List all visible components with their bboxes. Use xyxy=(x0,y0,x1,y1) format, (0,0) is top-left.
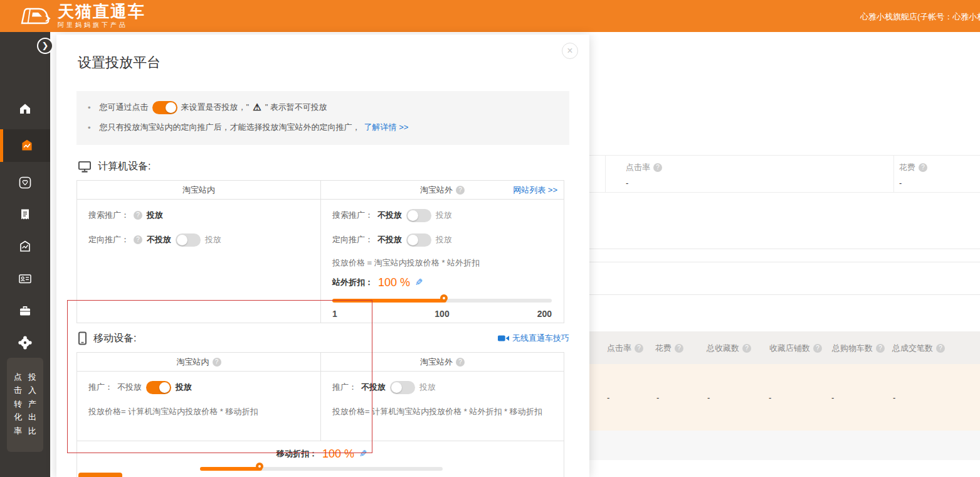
sidebar-expand-button[interactable]: ❯ xyxy=(37,38,53,54)
help-icon[interactable] xyxy=(635,344,643,353)
sidebar-item-report[interactable] xyxy=(0,203,50,226)
tip-text: 您只有投放淘宝站内的定向推广后，才能选择投放淘宝站外的定向推广， xyxy=(100,122,361,133)
column-title: 淘宝站外 xyxy=(420,185,453,196)
help-icon[interactable] xyxy=(742,344,751,353)
status-alt-text: 投放 xyxy=(419,382,436,393)
slider-max: 200 xyxy=(537,309,552,319)
site-list-link[interactable]: 网站列表 >> xyxy=(513,185,557,196)
column-title: 淘宝站内 xyxy=(177,356,209,368)
status-alt-text: 不投放 xyxy=(117,382,142,393)
price-formula: 投放价格 = 淘宝站内投放价格 * 站外折扣 xyxy=(332,257,552,269)
shop-banner-icon xyxy=(18,239,33,254)
home-icon xyxy=(18,101,33,116)
mobile-table-header: 淘宝站内 淘宝站外 xyxy=(77,353,564,372)
computer-table-header: 淘宝站内 淘宝站外 网站列表 >> xyxy=(77,181,564,200)
mobile-discount-row: 移动折扣： 100 % xyxy=(277,446,564,461)
target-outside-toggle[interactable] xyxy=(406,233,431,247)
stat-label: 点击率 xyxy=(626,162,650,173)
stat-value: - xyxy=(899,178,927,188)
slider-track[interactable] xyxy=(200,467,443,471)
help-icon[interactable] xyxy=(456,358,465,367)
wireless-tips-link[interactable]: 无线直通车技巧 xyxy=(498,333,569,344)
settings-modal: × 设置投放平台 您可通过点击 来设置是否投放，" " 表示暂不可投放 您只有投… xyxy=(56,35,589,477)
computer-outside-cell: 搜索推广： 不投放 投放 定向推广： 不投放 投放 投放价格 = 淘宝站内投放价… xyxy=(321,200,564,323)
sidebar-item-shop[interactable] xyxy=(0,235,50,258)
sidebar-item-tools[interactable] xyxy=(0,299,50,322)
search-promo-row: 搜索推广： 不投放 投放 xyxy=(332,208,552,222)
cell-value: - xyxy=(769,393,771,402)
status-text: 不投放 xyxy=(361,382,386,393)
help-icon[interactable] xyxy=(936,344,945,353)
background-content: 点击率 - 花费 - 点击率 花费 总收藏数 收藏店铺数 总购物车数 总成交笔数… xyxy=(589,32,980,477)
stat-label: 花费 xyxy=(899,162,915,173)
row-label: 推广： xyxy=(332,382,357,393)
mobile-inside-toggle[interactable] xyxy=(146,381,171,394)
tip-line-2: 您只有投放淘宝站内的定向推广后，才能选择投放淘宝站外的定向推广， 了解详情 >> xyxy=(88,117,558,137)
close-icon[interactable]: × xyxy=(562,43,578,59)
metric-roi: 投入产出比 xyxy=(28,370,37,452)
slider-handle[interactable] xyxy=(256,463,263,470)
help-icon[interactable] xyxy=(919,163,927,172)
logo[interactable]: 天猫直通车 阿里妈妈旗下产品 xyxy=(19,3,145,29)
target-inside-toggle[interactable] xyxy=(176,233,201,247)
mobile-inside-cell: 推广： 不投放 投放 投放价格= 计算机淘宝站内投放价格 * 移动折扣 xyxy=(77,372,321,441)
learn-more-link[interactable]: 了解详情 >> xyxy=(364,122,409,133)
help-icon[interactable] xyxy=(653,163,662,172)
cell-value: - xyxy=(831,393,834,402)
col-taobao-outside: 淘宝站外 网站列表 >> xyxy=(321,181,564,199)
table-footer-band xyxy=(589,431,980,460)
section-title: 移动设备: xyxy=(93,332,136,345)
status-text: 投放 xyxy=(147,210,163,221)
train-logo-icon xyxy=(19,4,51,29)
edit-pencil-icon[interactable] xyxy=(415,277,423,288)
help-icon[interactable] xyxy=(134,235,142,244)
column-title: 淘宝站内 xyxy=(182,185,215,196)
slider-min: 1 xyxy=(332,309,337,319)
heart-icon xyxy=(18,175,33,190)
mobile-outside-toggle[interactable] xyxy=(390,381,415,394)
cell-value: - xyxy=(893,393,895,402)
discount-value: 100 % xyxy=(378,276,410,289)
briefcase-icon xyxy=(18,303,33,318)
slider-fill xyxy=(200,467,262,471)
help-icon[interactable] xyxy=(675,344,683,353)
stat-ctr: 点击率 - xyxy=(626,162,662,188)
confirm-button[interactable] xyxy=(78,473,122,477)
sidebar-item-home[interactable] xyxy=(0,97,50,120)
help-icon[interactable] xyxy=(134,211,142,220)
sidebar-item-community[interactable] xyxy=(0,331,50,354)
app-subtitle: 阿里妈妈旗下产品 xyxy=(58,21,145,29)
account-info[interactable]: 心雅小栈旗舰店(子帐号：心雅小栈旗 xyxy=(860,11,980,23)
sidebar-item-campaign-active[interactable] xyxy=(0,129,50,162)
wireless-tips-text[interactable]: 无线直通车技巧 xyxy=(512,333,569,344)
sidebar-item-contacts[interactable] xyxy=(0,267,50,290)
sidebar-nav xyxy=(0,97,50,354)
help-icon[interactable] xyxy=(456,186,465,195)
outside-discount-slider: 1 100 200 xyxy=(332,299,552,319)
monitor-icon xyxy=(78,161,92,173)
help-icon[interactable] xyxy=(213,358,221,367)
status-text: 不投放 xyxy=(377,234,402,245)
tip-line-1: 您可通过点击 来设置是否投放，" " 表示暂不可投放 xyxy=(88,97,558,117)
sidebar-item-favorites[interactable] xyxy=(0,171,50,194)
column-header: 总购物车数 xyxy=(832,343,873,354)
cell-value: - xyxy=(707,393,710,402)
divider xyxy=(893,156,894,192)
column-header: 总成交笔数 xyxy=(892,343,933,354)
target-promo-row: 定向推广： 不投放 投放 xyxy=(88,233,309,247)
edit-pencil-icon[interactable] xyxy=(359,448,367,459)
help-icon[interactable] xyxy=(876,344,885,353)
slider-track[interactable] xyxy=(332,299,552,303)
tip-text: 您可通过点击 xyxy=(100,102,149,113)
modal-title: 设置投放平台 xyxy=(78,53,589,72)
help-icon[interactable] xyxy=(813,344,822,353)
outside-discount-row: 站外折扣： 100 % xyxy=(332,275,552,290)
example-toggle[interactable] xyxy=(152,101,177,114)
divider xyxy=(589,249,980,249)
row-label: 定向推广： xyxy=(88,234,129,245)
search-outside-toggle[interactable] xyxy=(406,209,431,222)
mobile-outside-cell: 推广： 不投放 投放 投放价格= 计算机淘宝站内投放价格 * 站外折扣 * 移动… xyxy=(321,372,564,441)
stat-cost: 花费 - xyxy=(899,162,927,188)
sidebar-metrics-panel[interactable]: 点击转化率 投入产出比 xyxy=(7,358,43,452)
slider-handle[interactable] xyxy=(440,294,448,302)
